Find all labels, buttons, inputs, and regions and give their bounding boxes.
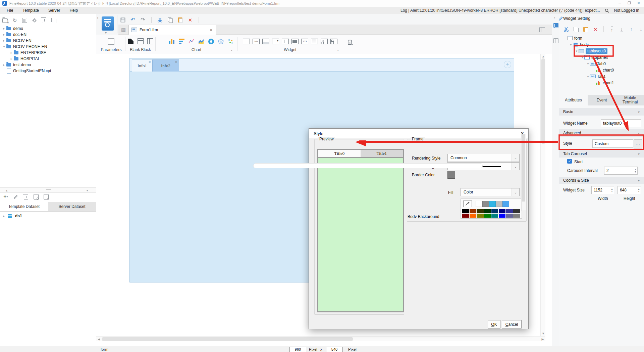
menu-file[interactable]: File <box>2 7 18 14</box>
palette-color-swatch[interactable] <box>513 209 520 213</box>
scroll-left-icon[interactable]: ◀ <box>97 338 101 341</box>
vertical-scrollbar[interactable]: ▲ ▼ <box>540 54 545 336</box>
panel-tab-event[interactable]: Event <box>588 95 616 105</box>
recent-color-swatch[interactable] <box>476 201 482 207</box>
palette-color-swatch[interactable] <box>470 214 477 218</box>
widget-tree-item-body[interactable]: ▾body <box>559 41 644 48</box>
chevron-expanded-icon[interactable]: ▾ <box>580 56 584 59</box>
sql-dataset-icon[interactable] <box>42 193 50 201</box>
style-input[interactable]: Custom <box>592 139 633 148</box>
palette-color-swatch[interactable] <box>506 209 513 213</box>
file-tree-item-test-demo[interactable]: ▸test-demo <box>0 62 96 68</box>
widget-tree-item-tab0[interactable]: ▾tabTab0 <box>559 60 644 67</box>
chevron-collapsed-icon[interactable]: ▸ <box>9 57 13 60</box>
add-tab-button[interactable]: + <box>504 61 511 68</box>
height-spinner[interactable]: 648 ▲▼ <box>618 186 641 194</box>
sidebar-splitter[interactable]: ▴ ▾ <box>0 187 96 193</box>
chevron-collapsed-icon[interactable]: ▸ <box>9 51 13 54</box>
area-chart-icon[interactable] <box>198 38 205 45</box>
recent-color-swatch[interactable] <box>502 201 509 207</box>
widget-tree-item-chart1[interactable]: chart1 <box>559 80 644 86</box>
cut-icon[interactable] <box>156 16 164 24</box>
file-tree-item-doc-en[interactable]: ▸doc-EN <box>0 32 96 38</box>
frame-scrollbar[interactable] <box>521 134 526 211</box>
copy-icon[interactable] <box>166 16 174 24</box>
chevron-down-icon[interactable]: ⌄ <box>230 48 233 51</box>
chevron-expanded-icon[interactable]: ▾ <box>569 43 573 46</box>
line-chart-icon[interactable] <box>188 38 195 45</box>
textfield-widget-icon[interactable] <box>243 38 250 45</box>
ribbon-group-blank-block[interactable]: Blank Block <box>125 35 155 53</box>
width-spinner[interactable]: 1152 ▲▼ <box>591 186 614 194</box>
fill-select[interactable]: Color ⌄ <box>461 188 520 196</box>
widget-tree-item-form[interactable]: form <box>559 35 644 41</box>
rendering-style-select[interactable]: Common ⌄ <box>447 154 520 162</box>
widget-tree-item-chart0[interactable]: chart0 <box>559 67 644 73</box>
close-tab-icon[interactable]: ✕ <box>209 28 213 33</box>
file-tree-item-ncov-phone-en[interactable]: ▾NCOV-PHONE-EN <box>0 44 96 50</box>
document-tab-form1[interactable]: Form1.frm ✕ <box>128 25 216 35</box>
save-icon[interactable] <box>119 16 126 24</box>
section-coords-size[interactable]: Coords & Size ▾ <box>559 177 644 184</box>
minimize-button[interactable]: ─ <box>615 0 625 6</box>
preview-widget-icon[interactable] <box>346 39 354 46</box>
carousel-interval-spinner[interactable]: 2 ▲▼ <box>604 167 638 175</box>
add-dataset-icon[interactable]: +▾ <box>2 193 9 201</box>
redo-icon[interactable]: ↷ <box>139 16 147 24</box>
ribbon-group-widget[interactable]: lab123 Widget ⌄ <box>237 35 343 53</box>
parameter-pane-icon[interactable] <box>108 38 115 45</box>
palette-color-swatch[interactable] <box>462 214 469 218</box>
label-widget-icon[interactable]: lab <box>253 38 260 45</box>
palette-color-swatch[interactable] <box>513 214 520 218</box>
chevron-expanded-icon[interactable]: ▾ <box>575 49 579 53</box>
palette-color-swatch[interactable] <box>484 209 491 213</box>
dataset-tab-template-dataset[interactable]: Template Dataset <box>0 202 48 211</box>
palette-color-swatch[interactable] <box>506 214 513 218</box>
close-button[interactable]: ✕ <box>634 0 643 6</box>
section-basic[interactable]: Basic ▾ <box>559 108 644 116</box>
close-tab-icon[interactable]: ✕ <box>175 60 177 64</box>
report-block-icon[interactable] <box>127 38 135 45</box>
scroll-thumb[interactable] <box>102 337 353 341</box>
file-tree-item-demo[interactable]: ▸demo <box>0 26 96 32</box>
horizontal-scrollbar[interactable]: ◀ ▶ <box>96 336 545 341</box>
canvas-tab-info2[interactable]: Info2 ✕ <box>152 59 179 72</box>
template-list-icon[interactable] <box>21 16 28 24</box>
scroll-right-icon[interactable]: ▶ <box>541 338 545 341</box>
dataset-item-ds1[interactable]: ▸ds1 <box>0 212 96 220</box>
collapse-up-icon[interactable]: ▴ <box>3 189 10 192</box>
palette-color-swatch[interactable] <box>462 209 469 213</box>
undo-icon[interactable]: ↶ <box>129 16 137 24</box>
collapse-right-panel-icon[interactable]: › <box>554 15 555 20</box>
edit-dataset-icon[interactable] <box>12 193 19 201</box>
log-alert-text[interactable]: Log | Alert:12:01:20 initGeoJSON-49-work… <box>400 8 600 13</box>
palette-color-swatch[interactable] <box>491 209 498 213</box>
recent-color-swatch[interactable] <box>482 201 489 207</box>
column-chart-icon[interactable] <box>168 38 176 45</box>
palette-color-swatch[interactable] <box>477 214 484 218</box>
style-more-button[interactable]: ··· <box>634 139 642 148</box>
bar-chart-icon[interactable] <box>178 38 185 45</box>
panel-tab-attributes[interactable]: Attributes <box>559 95 588 105</box>
component-library-toggle-icon[interactable] <box>552 37 559 44</box>
spinner-arrows-icon[interactable]: ▲▼ <box>611 186 613 194</box>
delete-icon[interactable]: ✕ <box>186 16 194 24</box>
palette-color-swatch[interactable] <box>484 214 491 218</box>
cancel-button[interactable]: Cancel <box>502 320 522 328</box>
section-tab-carousel[interactable]: Tab Carousel ▾ <box>559 150 644 158</box>
cut-icon[interactable] <box>562 26 570 33</box>
widget-tree-item-tabpane0[interactable]: ▾tabpane0 <box>559 54 644 60</box>
collapse-left-panel-icon[interactable]: ‹ <box>97 15 98 20</box>
chevron-collapsed-icon[interactable]: ▸ <box>2 27 6 30</box>
widget-tree-item-tablayout0[interactable]: ▾tablayout0 <box>559 48 644 54</box>
calendar-widget-icon[interactable] <box>291 38 299 45</box>
gauge-chart-icon[interactable] <box>207 38 215 45</box>
start-checkbox[interactable]: ✓ <box>567 159 572 164</box>
file-tree-item-gettingstarteden.cpt[interactable]: GettingStartedEN.cpt <box>0 68 96 74</box>
spinner-arrows-icon[interactable]: ▲▼ <box>634 167 637 174</box>
vsplit-block-icon[interactable] <box>147 38 154 45</box>
panel-tab-mobile-terminal[interactable]: MobileTerminal <box>616 95 644 105</box>
chevron-expanded-icon[interactable]: ▾ <box>2 45 6 48</box>
widget-settings-toggle-icon[interactable] <box>552 21 559 29</box>
paste-icon[interactable] <box>582 26 589 33</box>
